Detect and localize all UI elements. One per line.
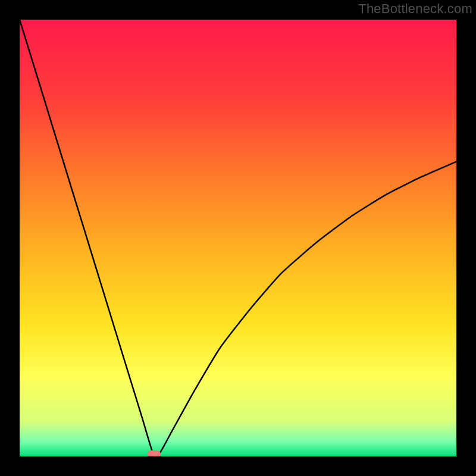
gradient-background: [20, 20, 456, 456]
plot-svg: [20, 20, 456, 456]
plot-area: [20, 20, 456, 456]
chart-frame: TheBottleneck.com: [0, 0, 476, 476]
watermark-text: TheBottleneck.com: [358, 1, 472, 17]
